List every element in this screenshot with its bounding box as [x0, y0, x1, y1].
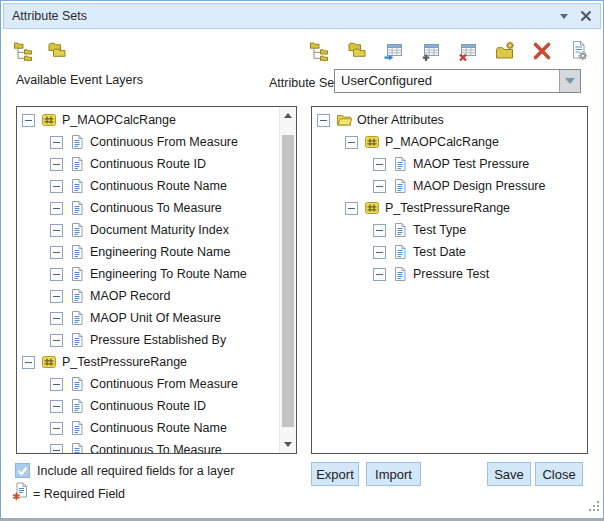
tree-item[interactable]: MAOP Test Pressure — [312, 153, 587, 175]
field-icon — [392, 244, 408, 260]
collapse-toggle[interactable] — [373, 180, 386, 193]
attribute-set-select[interactable]: UserConfigured — [334, 69, 581, 93]
tree-item[interactable]: Continuous Route ID — [17, 395, 279, 417]
tree-item[interactable]: P_MAOPCalcRange — [17, 109, 279, 131]
tree-item-label: Test Date — [413, 245, 466, 259]
resize-grip[interactable] — [587, 498, 600, 516]
import-button[interactable]: Import — [366, 462, 421, 486]
expand-all-attributes-button[interactable] — [309, 41, 331, 63]
collapse-toggle[interactable] — [50, 334, 63, 347]
tree-item[interactable]: P_TestPressureRange — [17, 351, 279, 373]
tree-item[interactable]: Continuous Route Name — [17, 175, 279, 197]
collapse-toggle[interactable] — [373, 158, 386, 171]
tree-item[interactable]: Continuous From Measure — [17, 131, 279, 153]
remove-selected-button[interactable] — [531, 41, 553, 63]
tree-item-label: Continuous From Measure — [90, 377, 238, 391]
tree-item[interactable]: P_MAOPCalcRange — [312, 131, 587, 153]
titlebar[interactable]: Attribute Sets — [3, 3, 601, 29]
tree-item[interactable]: Document Maturity Index — [17, 219, 279, 241]
tree-item[interactable]: Other Attributes — [312, 109, 587, 131]
left-panel-scrollbar[interactable] — [279, 107, 296, 453]
export-button[interactable]: Export — [311, 462, 359, 486]
add-to-attribute-set-button[interactable] — [383, 41, 405, 63]
attribute-set-panel: Other AttributesP_MAOPCalcRangeMAOP Test… — [311, 106, 588, 454]
red-x-icon — [531, 40, 553, 65]
tree-item[interactable]: Test Type — [312, 219, 587, 241]
collapse-toggle[interactable] — [50, 158, 63, 171]
collapse-toggle[interactable] — [50, 246, 63, 259]
tree-item[interactable]: MAOP Record — [17, 285, 279, 307]
scroll-down-button[interactable] — [280, 436, 296, 453]
collapse-toggle[interactable] — [50, 378, 63, 391]
tree-item[interactable]: Pressure Test — [312, 263, 587, 285]
collapse-toggle[interactable] — [50, 224, 63, 237]
tree-item[interactable]: MAOP Design Pressure — [312, 175, 587, 197]
triangle-down-icon — [284, 442, 292, 447]
collapse-dialog-button[interactable] — [560, 14, 568, 19]
tree-item[interactable]: Pressure Established By — [17, 329, 279, 351]
layer-icon — [41, 112, 57, 128]
attribute-set-toolbar — [309, 41, 590, 63]
collapse-toggle[interactable] — [50, 290, 63, 303]
collapse-toggle[interactable] — [50, 136, 63, 149]
field-icon — [69, 244, 85, 260]
collapse-toggle[interactable] — [22, 114, 35, 127]
tree-item-label: Engineering To Route Name — [90, 267, 247, 281]
tree-item-label: P_MAOPCalcRange — [385, 135, 499, 149]
available-layers-tree: P_MAOPCalcRangeContinuous From MeasureCo… — [17, 107, 279, 453]
collapse-all-layers-button[interactable] — [46, 41, 68, 63]
collapse-toggle[interactable] — [317, 114, 330, 127]
collapse-toggle[interactable] — [345, 202, 358, 215]
collapse-all-attributes-button[interactable] — [346, 41, 368, 63]
scroll-up-button[interactable] — [280, 107, 296, 124]
collapse-toggle[interactable] — [50, 422, 63, 435]
scrollbar-thumb[interactable] — [282, 135, 294, 427]
tree-item[interactable]: Continuous To Measure — [17, 197, 279, 219]
collapse-toggle[interactable] — [50, 180, 63, 193]
collapse-toggle[interactable] — [50, 400, 63, 413]
close-button[interactable]: Close — [535, 462, 583, 486]
attribute-set-label: Attribute Set: — [269, 76, 341, 90]
collapse-toggle[interactable] — [50, 312, 63, 325]
close-dialog-button[interactable] — [580, 10, 592, 22]
tree-item-label: Pressure Test — [413, 267, 489, 281]
tree-item[interactable]: Continuous Route ID — [17, 153, 279, 175]
tree-item[interactable]: P_TestPressureRange — [312, 197, 587, 219]
new-attribute-set-button[interactable] — [420, 41, 442, 63]
save-button[interactable]: Save — [487, 462, 531, 486]
tree-item-label: MAOP Unit Of Measure — [90, 311, 221, 325]
collapse-toggle[interactable] — [22, 356, 35, 369]
collapse-toggle[interactable] — [345, 136, 358, 149]
collapse-toggle[interactable] — [373, 224, 386, 237]
tree-item[interactable]: Continuous From Measure — [17, 373, 279, 395]
table-add-icon — [420, 40, 442, 65]
include-required-checkbox[interactable] — [15, 463, 30, 478]
caret-down-icon — [560, 14, 568, 19]
tree-item[interactable]: Engineering To Route Name — [17, 263, 279, 285]
field-icon — [69, 376, 85, 392]
tree-item[interactable]: Continuous Route Name — [17, 417, 279, 439]
dropdown-arrow-button[interactable] — [559, 70, 580, 92]
collapse-toggle[interactable] — [50, 268, 63, 281]
tree-item[interactable]: Engineering Route Name — [17, 241, 279, 263]
layer-icon — [364, 200, 380, 216]
collapse-toggle[interactable] — [50, 444, 63, 454]
field-icon — [69, 442, 85, 453]
tree-item[interactable]: MAOP Unit Of Measure — [17, 307, 279, 329]
expand-all-layers-button[interactable] — [13, 41, 35, 63]
tree-item[interactable]: Continuous To Measure — [17, 439, 279, 453]
collapse-toggle[interactable] — [373, 268, 386, 281]
collapse-toggle[interactable] — [373, 246, 386, 259]
chevron-down-icon — [565, 78, 575, 84]
table-arrow-icon — [383, 40, 405, 65]
attribute-set-properties-button[interactable] — [568, 41, 590, 63]
titlebar-controls — [560, 10, 592, 22]
collapse-toggle[interactable] — [50, 202, 63, 215]
page-gear-icon — [568, 40, 590, 65]
attribute-sets-dialog: Attribute Sets Available Event Layers At… — [0, 0, 604, 521]
delete-attribute-set-button[interactable] — [457, 41, 479, 63]
resize-grip-icon — [587, 499, 600, 512]
tree-item-label: Continuous Route Name — [90, 179, 227, 193]
tree-item[interactable]: Test Date — [312, 241, 587, 263]
new-attribute-group-button[interactable] — [494, 41, 516, 63]
